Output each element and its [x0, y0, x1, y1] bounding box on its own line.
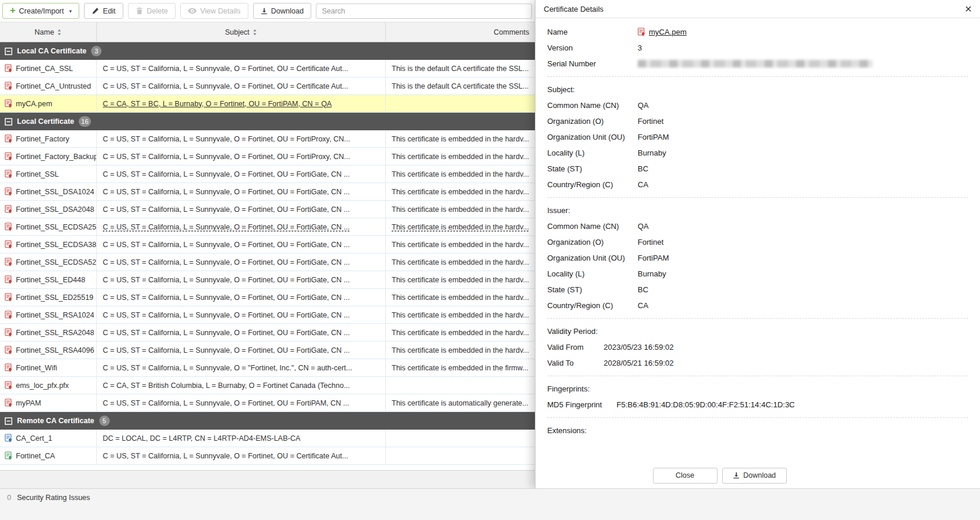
cell-name: myCA.pem — [0, 95, 97, 112]
view-details-button[interactable]: View Details — [180, 3, 248, 19]
cell-name: ems_loc_pfx.pfx — [0, 377, 97, 394]
certificate-subject: C = US, ST = California, L = Sunnyvale, … — [103, 258, 350, 266]
column-header-subject-label: Subject — [225, 28, 250, 36]
certificate-comments: This certificate is embedded in the hard… — [392, 276, 529, 284]
group-count-badge: 3 — [91, 46, 102, 56]
cell-name: Fortinet_CA_Untrusted — [0, 77, 97, 94]
column-header-subject[interactable]: Subject — [97, 22, 386, 42]
certificate-subject: DC = LOCAL, DC = L4RTP, CN = L4RTP-AD4-E… — [103, 434, 301, 443]
certificate-icon — [5, 82, 12, 90]
cell-name: Fortinet_SSL_RSA2048 — [0, 324, 97, 341]
certificate-comments: This certificate is embedded in the hard… — [392, 170, 529, 178]
detail-row: Country/Region (C)CA — [547, 177, 980, 193]
column-header-name[interactable]: Name — [0, 22, 97, 42]
certificate-comments: This certificate is embedded in the hard… — [392, 223, 529, 231]
certificate-name: Fortinet_Factory_Backup — [16, 153, 97, 161]
cell-subject: DC = LOCAL, DC = L4RTP, CN = L4RTP-AD4-E… — [97, 430, 386, 447]
name-field-label: Name — [547, 28, 638, 36]
certificate-comments: This is the default CA certificate the S… — [392, 82, 528, 90]
detail-label: State (ST) — [547, 164, 638, 173]
section-divider — [547, 197, 968, 198]
serial-number-redacted — [638, 60, 873, 67]
cell-subject: C = US, ST = California, L = Sunnyvale, … — [97, 77, 386, 94]
certificate-name: Fortinet_SSL_RSA2048 — [16, 329, 94, 337]
detail-label: State (ST) — [547, 285, 638, 294]
certificate-icon — [5, 275, 12, 284]
cell-subject: C = US, ST = California, L = Sunnyvale, … — [97, 306, 386, 323]
certificate-subject: C = US, ST = California, L = Sunnyvale, … — [103, 153, 350, 161]
certificate-name: Fortinet_SSL_ED448 — [16, 276, 85, 284]
security-rating-footer[interactable]: 0 Security Rating Issues — [0, 488, 980, 520]
certificate-icon — [5, 205, 12, 214]
collapse-icon[interactable] — [5, 118, 12, 126]
collapse-icon[interactable] — [5, 48, 12, 55]
delete-button[interactable]: Delete — [128, 3, 176, 19]
caret-down-icon: ▾ — [69, 8, 72, 14]
download-button[interactable]: Download — [253, 3, 312, 19]
close-button[interactable]: Close — [653, 468, 718, 484]
certificate-subject: C = CA, ST = British Columbia, L = Burna… — [103, 381, 350, 390]
detail-row: Valid To2028/05/21 16:59:02 — [547, 355, 980, 371]
panel-header: Certificate Details × — [536, 0, 980, 18]
detail-row: Organization Unit (OU)FortiPAM — [547, 250, 980, 266]
cell-subject: C = US, ST = California, L = Sunnyvale, … — [97, 359, 386, 376]
detail-value: BC — [638, 164, 648, 173]
cell-name: Fortinet_Factory_Backup — [0, 148, 97, 165]
certificate-icon — [5, 451, 12, 460]
detail-label: Locality (L) — [547, 269, 638, 278]
cell-subject: C = US, ST = California, L = Sunnyvale, … — [97, 201, 386, 218]
cell-subject: C = US, ST = California, L = Sunnyvale, … — [97, 130, 386, 147]
certificate-comments: This certificate is embedded in the hard… — [392, 153, 529, 161]
detail-label: MD5 Fingerprint — [547, 400, 617, 409]
certificate-subject: C = US, ST = California, L = Sunnyvale, … — [103, 329, 350, 337]
detail-label: Valid From — [547, 343, 604, 352]
cell-name: Fortinet_CA_SSL — [0, 60, 97, 77]
collapse-icon[interactable] — [5, 417, 12, 425]
certificate-icon — [5, 64, 12, 73]
detail-label: Valid To — [547, 359, 604, 367]
detail-value: CA — [638, 301, 648, 310]
edit-label: Edit — [103, 7, 116, 15]
edit-button[interactable]: Edit — [84, 3, 123, 19]
validity-section: Valid From2023/05/23 16:59:02Valid To202… — [547, 339, 980, 371]
panel-download-button[interactable]: Download — [722, 468, 787, 484]
close-icon[interactable]: × — [965, 3, 972, 15]
certificate-name: Fortinet_CA — [16, 452, 55, 460]
create-import-button[interactable]: + Create/Import ▾ — [2, 3, 79, 19]
detail-value: Fortinet — [638, 238, 664, 247]
search-input[interactable] — [316, 4, 532, 19]
certificate-subject: C = US, ST = California, L = Sunnyvale, … — [103, 311, 350, 319]
detail-value: Burnaby — [638, 148, 666, 157]
certificate-comments: This certificate is embedded in the hard… — [392, 311, 529, 319]
issuer-section-title: Issuer: — [547, 202, 980, 218]
certificate-name: Fortinet_SSL — [16, 170, 59, 178]
certificate-comments: This certificate is automatically genera… — [392, 399, 528, 407]
detail-value: CA — [638, 180, 648, 189]
certificate-name-value[interactable]: myCA.pem — [649, 28, 686, 36]
detail-row: State (ST)BC — [547, 282, 980, 298]
certificate-name: Fortinet_SSL_ED25519 — [16, 293, 93, 302]
cell-name: Fortinet_CA — [0, 447, 97, 464]
detail-row: Organization Unit (OU)FortiPAM — [547, 129, 980, 145]
cell-subject: C = US, ST = California, L = Sunnyvale, … — [97, 148, 386, 165]
cell-name: CA_Cert_1 — [0, 430, 97, 447]
detail-label: Common Name (CN) — [547, 222, 638, 231]
detail-label: Organization (O) — [547, 117, 638, 126]
sort-icon — [57, 29, 62, 36]
certificate-subject: C = US, ST = California, L = Sunnyvale, … — [103, 293, 350, 302]
cell-subject: C = CA, ST = BC, L = Burnaby, O = Fortin… — [97, 95, 386, 112]
plus-icon: + — [10, 6, 15, 15]
certificate-subject: C = CA, ST = BC, L = Burnaby, O = Fortin… — [103, 100, 332, 108]
validity-section-title: Validity Period: — [547, 323, 980, 339]
cell-name: Fortinet_SSL_ED448 — [0, 271, 97, 288]
certificate-icon — [5, 363, 12, 372]
cell-name: Fortinet_SSL_ED25519 — [0, 289, 97, 306]
cell-subject: C = US, ST = California, L = Sunnyvale, … — [97, 254, 386, 271]
certificate-icon — [5, 346, 12, 354]
certificate-name: myCA.pem — [16, 100, 52, 108]
certificate-icon — [5, 99, 12, 108]
detail-label: Country/Region (C) — [547, 180, 638, 189]
cell-name: Fortinet_SSL_RSA1024 — [0, 306, 97, 323]
cell-name: myPAM — [0, 394, 97, 411]
panel-body: Name myCA.pem Version 3 Serial Number Su… — [536, 18, 980, 462]
